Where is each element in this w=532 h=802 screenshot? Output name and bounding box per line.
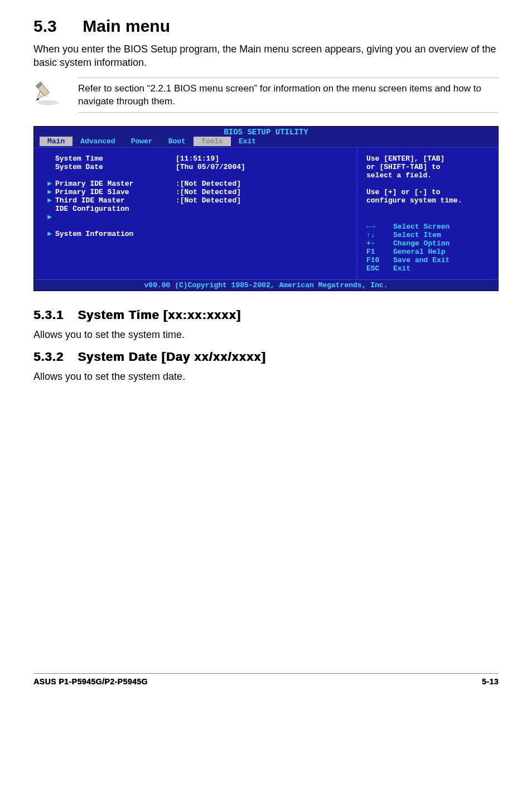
section-intro: When you enter the BIOS Setup program, t… (33, 42, 499, 70)
help-line: Use [+] or [-] to (366, 188, 489, 196)
bios-nav-help: ←→Select Screen ↑↓Select Item +-Change O… (366, 223, 489, 273)
subsection-body: Allows you to set the system time. (33, 328, 499, 341)
bios-tab-main[interactable]: Main (40, 137, 72, 146)
bios-item-third-ide-master[interactable]: ►Third IDE Master :[Not Detected] (47, 196, 348, 205)
bios-help-panel: Use [ENTER], [TAB] or [SHIFT-TAB] to sel… (357, 148, 498, 279)
subsection-heading: 5.3.2 System Date [Day xx/xx/xxxx] (33, 350, 499, 364)
bios-tab-exit[interactable]: Exit (231, 137, 264, 146)
subsection-title-text: System Time [xx:xx:xxxx] (78, 308, 241, 322)
pencil-icon (33, 78, 65, 109)
svg-point-0 (37, 100, 59, 105)
help-line: configure system time. (366, 196, 489, 205)
subsection-number: 5.3.2 (33, 350, 74, 364)
bios-title: BIOS SETUP UTILITY (34, 127, 498, 137)
submenu-arrow-icon: ► (47, 180, 55, 188)
subsection-title-text: System Date [Day xx/xx/xxxx] (78, 350, 265, 364)
section-heading: 5.3 Main menu (33, 17, 499, 36)
section-title-text: Main menu (83, 17, 170, 35)
note-block: Refer to section “2.2.1 BIOS menu screen… (33, 78, 499, 113)
bios-tab-bar: Main Advanced Power Boot Tools Exit (34, 137, 498, 147)
footer-page-number: 5-13 (482, 677, 499, 686)
help-line: select a field. (366, 171, 489, 180)
submenu-arrow-icon: ► (47, 188, 55, 196)
submenu-arrow-icon: ► (47, 196, 55, 205)
subsection-number: 5.3.1 (33, 308, 74, 322)
bios-item-system-time[interactable]: System Time [11:51:19] (47, 154, 348, 163)
submenu-arrow-icon: ► (47, 213, 55, 221)
help-line: Use [ENTER], [TAB] (366, 154, 489, 163)
bios-tab-advanced[interactable]: Advanced (72, 137, 123, 146)
bios-item-system-date[interactable]: System Date [Thu 05/07/2004] (47, 163, 348, 171)
bios-item-primary-ide-slave[interactable]: ►Primary IDE Slave :[Not Detected] (47, 188, 348, 196)
bios-screenshot: BIOS SETUP UTILITY Main Advanced Power B… (33, 126, 499, 291)
section-number: 5.3 (33, 17, 78, 36)
footer-product: ASUS P1-P5945G/P2-P5945G (33, 677, 148, 686)
page-footer: ASUS P1-P5945G/P2-P5945G 5-13 (33, 673, 499, 686)
bios-copyright: v00.00 (C)Copyright 1985-2002, American … (34, 280, 498, 291)
bios-main-panel: System Time [11:51:19] System Date [Thu … (34, 148, 357, 279)
subsection-heading: 5.3.1 System Time [xx:xx:xxxx] (33, 308, 499, 322)
submenu-arrow-icon: ► (47, 230, 55, 238)
bios-item-system-information[interactable]: ►System Information (47, 230, 348, 238)
help-line: or [SHIFT-TAB] to (366, 163, 489, 171)
bios-tab-power[interactable]: Power (123, 137, 161, 146)
bios-tab-tools[interactable]: Tools (194, 137, 231, 146)
subsection-body: Allows you to set the system date. (33, 370, 499, 383)
bios-tab-boot[interactable]: Boot (161, 137, 194, 146)
note-text: Refer to section “2.2.1 BIOS menu screen… (78, 78, 499, 113)
bios-item-ide-configuration[interactable]: IDE Configuration (47, 205, 348, 213)
bios-item-primary-ide-master[interactable]: ►Primary IDE Master :[Not Detected] (47, 180, 348, 188)
